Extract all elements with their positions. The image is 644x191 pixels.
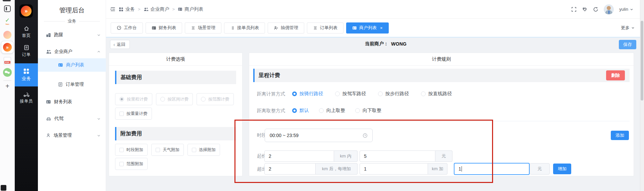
tab-order-list[interactable]: 订单列表 — [307, 22, 343, 34]
base-fee-checkbox-row: 按重量计费 — [115, 108, 152, 120]
sidebar-item-couriers[interactable]: 接单员 — [15, 91, 38, 107]
chevron-down-icon — [631, 26, 635, 29]
user-menu[interactable]: yulin — [619, 7, 633, 12]
radio-walking-route[interactable]: 按步行路径 — [378, 91, 409, 97]
distance-round-label: 距离取整方式 — [257, 108, 285, 114]
grid-icon — [119, 7, 123, 12]
active-app-shortcut[interactable]: » — [0, 41, 15, 54]
tab-scene-management[interactable]: 场景管理 — [185, 22, 221, 34]
sidebar-item-business[interactable]: 业务 — [15, 63, 38, 86]
person-lines-icon — [274, 26, 278, 30]
breadcrumb-separator: > — [172, 7, 175, 12]
fullscreen-icon[interactable] — [571, 7, 577, 12]
scrollbar-thumb[interactable] — [641, 21, 643, 101]
base-price-unit: 元 — [435, 150, 452, 162]
radio-round-default[interactable]: 默认 — [292, 108, 309, 114]
brand-logo[interactable]: » — [19, 4, 33, 18]
admin-console-page: ✓hao » PDF + » 首页 订单 业务 接单员 管理后台 — [0, 0, 644, 191]
tab-merchant-list[interactable]: 商户列表 × — [346, 22, 389, 34]
mileage-billing-section-header: 里程计费 删除 — [253, 69, 630, 82]
nav-item-scene-management[interactable]: 场景管理 — [38, 129, 106, 142]
tab-workbench[interactable]: 工作台 — [111, 22, 143, 34]
tab-overview-icon[interactable] — [0, 5, 15, 12]
chevron-up-icon[interactable] — [97, 50, 101, 54]
radio-driving-route[interactable]: 按驾车路径 — [335, 91, 366, 97]
text-caret — [462, 166, 462, 172]
clock-icon — [363, 133, 368, 138]
checkbox-range-surcharge[interactable]: 范围附加 — [115, 158, 148, 170]
radio-round-down[interactable]: 向下取整 — [355, 108, 381, 114]
radio-by-mileage[interactable]: 按里程计费 — [115, 93, 152, 105]
checkbox-option-surcharge[interactable]: 选择附加 — [187, 144, 220, 156]
tabs-more-menu[interactable]: 更多 — [621, 25, 639, 31]
tab-finance-list[interactable]: 财务列表 — [146, 22, 182, 34]
radio-by-range[interactable]: 按范围计费 — [197, 93, 234, 105]
over-step-unit: km 加 — [428, 163, 447, 175]
add-rule-button[interactable]: 添加 — [611, 131, 629, 140]
sidebar-item-orders[interactable]: 订单 — [15, 45, 38, 59]
back-button[interactable]: ‹ 返回 — [110, 40, 130, 49]
breadcrumb-item-merchant-list[interactable]: 商户列表 — [178, 6, 203, 12]
save-button[interactable]: 保存 — [619, 40, 636, 49]
base-price-input[interactable]: 5 — [360, 150, 435, 162]
tab-courier-list[interactable]: 接单员列表 — [224, 22, 265, 34]
chevron-down-icon[interactable] — [97, 134, 101, 137]
over-distance-input[interactable]: 2 — [264, 163, 316, 175]
over-price-row: 超出 2 km 后，每增加 1 km 加 1 元 增加 — [249, 163, 634, 175]
nav-item-enterprise-merchants[interactable]: 企业商户 — [38, 45, 106, 58]
nav-item-finance-list[interactable]: 财务列表 — [38, 95, 106, 109]
radio-icon — [335, 91, 340, 96]
radio-straight-line-route[interactable]: 按直线路径 — [421, 91, 452, 97]
distance-calc-label: 距离计算方式 — [257, 91, 285, 97]
nav-item-errands[interactable]: 跑腿 — [38, 28, 106, 42]
current-merchant: 当前商户： WONG — [365, 41, 407, 47]
base-distance-input[interactable]: 2 — [264, 150, 334, 162]
radio-by-interval[interactable]: 按区间计费 — [156, 93, 193, 105]
breadcrumb-item-business[interactable]: 业务 — [119, 6, 135, 12]
close-icon[interactable]: × — [380, 25, 383, 30]
page-tabs: 工作台 财务列表 场景管理 接单员列表 抽佣管理 订单列表 商户列表 × 更多 — [106, 19, 644, 38]
nav-item-driving[interactable]: 代驾 — [38, 112, 106, 125]
radio-icon — [355, 108, 360, 113]
refresh-icon[interactable] — [593, 7, 598, 12]
contact-card-icon — [58, 63, 63, 67]
radio-round-up[interactable]: 向上取整 — [319, 108, 345, 114]
time-segment-input[interactable]: 00:00 ~ 23:59 — [265, 129, 373, 142]
base-price-row: 起价 2 km 内 5 元 — [249, 150, 634, 162]
collapse-sidebar-icon[interactable] — [110, 7, 116, 12]
tags-icon[interactable] — [582, 7, 588, 12]
checkbox-by-weight[interactable]: 按重量计费 — [115, 108, 152, 120]
over-price-input-focused[interactable]: 1 — [454, 163, 530, 175]
sidebar-item-home[interactable]: 首页 — [15, 25, 38, 40]
rules-divider — [253, 121, 630, 121]
nav-item-merchant-list[interactable]: 商户列表 — [38, 58, 106, 72]
app-shortcut-faded-icon[interactable] — [0, 31, 15, 39]
checkbox-time-surcharge[interactable]: 时段附加 — [115, 144, 148, 156]
add-bookmark-button[interactable]: + — [0, 83, 15, 89]
checkbox-icon — [119, 112, 124, 116]
chevron-down-icon[interactable] — [97, 117, 101, 121]
chevron-down-icon[interactable] — [97, 33, 101, 37]
bullet-list-icon — [230, 26, 235, 30]
radio-riding-route[interactable]: 按骑行路径 — [292, 91, 323, 97]
business-grid-icon — [23, 68, 30, 74]
rail-bottom-icon[interactable] — [1, 185, 6, 191]
radio-icon — [319, 108, 324, 113]
user-avatar[interactable] — [604, 4, 614, 14]
app-sidebar: » 首页 订单 业务 接单员 — [15, 0, 38, 191]
increase-button[interactable]: 增加 — [553, 164, 571, 174]
pdf-shortcut-icon[interactable]: PDF — [0, 57, 15, 65]
contact-card-icon — [178, 7, 182, 11]
breadcrumb-item-enterprise-merchants[interactable]: 企业商户 — [144, 6, 169, 12]
time-segment-row: 时段 00:00 ~ 23:59 添加 — [249, 129, 634, 142]
checkbox-weather-surcharge[interactable]: 天气附加 — [151, 144, 184, 156]
tab-commission-management[interactable]: 抽佣管理 — [268, 22, 304, 34]
nav-sidebar: 管理后台 业务 跑腿 企业商户 商户列表 订单管理 财务列表 代驾 — [38, 0, 106, 191]
order-icon — [23, 45, 30, 51]
hao-bookmark-icon[interactable]: ✓hao — [0, 17, 15, 25]
nav-item-order-management[interactable]: 订单管理 — [38, 78, 106, 91]
over-price-unit: 元 — [530, 163, 550, 175]
delete-button[interactable]: 删除 — [606, 70, 625, 80]
over-step-input[interactable]: 1 — [360, 163, 428, 175]
wechat-shortcut-icon[interactable] — [0, 68, 15, 77]
